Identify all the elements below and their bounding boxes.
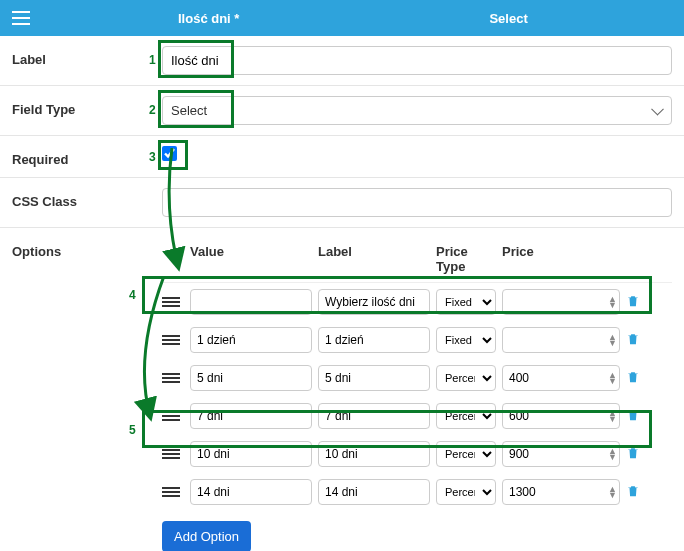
- annotation-5: 5: [129, 423, 136, 437]
- option-price-input[interactable]: [502, 479, 620, 505]
- drag-handle-icon[interactable]: [162, 297, 180, 307]
- trash-icon[interactable]: [626, 449, 640, 464]
- row-required: Required 3: [0, 136, 684, 178]
- option-pricetype-select[interactable]: FixedPercent: [436, 327, 496, 353]
- trash-icon[interactable]: [626, 411, 640, 426]
- option-value-input[interactable]: [190, 289, 312, 315]
- panel-header: Ilość dni * Select: [0, 0, 684, 36]
- options-caption: Options: [12, 238, 162, 259]
- cssclass-caption: CSS Class: [12, 188, 162, 209]
- option-value-input[interactable]: [190, 403, 312, 429]
- option-value-input[interactable]: [190, 441, 312, 467]
- drag-handle-icon[interactable]: [162, 411, 180, 421]
- options-col-price: Price: [502, 244, 620, 274]
- annotation-3: 3: [149, 150, 156, 164]
- option-price-input[interactable]: [502, 403, 620, 429]
- row-label: Label 1: [0, 36, 684, 86]
- row-fieldtype: Field Type 2 Select: [0, 86, 684, 136]
- hamburger-icon[interactable]: [12, 11, 30, 25]
- trash-icon[interactable]: [626, 297, 640, 312]
- trash-icon[interactable]: [626, 335, 640, 350]
- option-pricetype-select[interactable]: FixedPercent: [436, 479, 496, 505]
- option-label-input[interactable]: [318, 327, 430, 353]
- option-value-input[interactable]: [190, 327, 312, 353]
- row-options: Options 4 5 Value Label Price Type: [0, 228, 684, 551]
- trash-icon[interactable]: [626, 373, 640, 388]
- option-label-input[interactable]: [318, 403, 430, 429]
- drag-handle-icon[interactable]: [162, 487, 180, 497]
- option-pricetype-select[interactable]: FixedPercent: [436, 403, 496, 429]
- add-option-button[interactable]: Add Option: [162, 521, 251, 551]
- annotation-1: 1: [149, 53, 156, 67]
- trash-icon[interactable]: [626, 487, 640, 502]
- option-value-input[interactable]: [190, 479, 312, 505]
- option-pricetype-select[interactable]: FixedPercent: [436, 365, 496, 391]
- required-checkbox[interactable]: [162, 146, 177, 161]
- option-label-input[interactable]: [318, 289, 430, 315]
- annotation-2: 2: [149, 103, 156, 117]
- option-row: FixedPercent▲▼: [162, 321, 672, 359]
- options-col-label: Label: [318, 244, 430, 274]
- option-pricetype-select[interactable]: FixedPercent: [436, 289, 496, 315]
- option-price-input[interactable]: [502, 441, 620, 467]
- row-cssclass: CSS Class: [0, 178, 684, 228]
- option-price-input[interactable]: [502, 327, 620, 353]
- header-field-title: Ilość dni *: [178, 11, 239, 26]
- option-row: FixedPercent▲▼: [162, 283, 672, 321]
- options-header: Value Label Price Type Price: [162, 238, 672, 283]
- drag-handle-icon[interactable]: [162, 449, 180, 459]
- option-label-input[interactable]: [318, 441, 430, 467]
- fieldtype-select[interactable]: Select: [162, 96, 672, 125]
- required-caption: Required: [12, 146, 162, 167]
- option-row: FixedPercent▲▼: [162, 397, 672, 435]
- fieldtype-caption: Field Type: [12, 96, 162, 117]
- drag-handle-icon[interactable]: [162, 335, 180, 345]
- option-value-input[interactable]: [190, 365, 312, 391]
- options-col-value: Value: [190, 244, 312, 274]
- label-caption: Label: [12, 46, 162, 67]
- header-field-type: Select: [489, 11, 527, 26]
- drag-handle-icon[interactable]: [162, 373, 180, 383]
- option-label-input[interactable]: [318, 479, 430, 505]
- cssclass-input[interactable]: [162, 188, 672, 217]
- option-row: FixedPercent▲▼: [162, 435, 672, 473]
- label-input[interactable]: [162, 46, 672, 75]
- option-label-input[interactable]: [318, 365, 430, 391]
- options-col-pricetype: Price Type: [436, 244, 496, 274]
- option-price-input[interactable]: [502, 289, 620, 315]
- option-row: FixedPercent▲▼: [162, 473, 672, 511]
- option-pricetype-select[interactable]: FixedPercent: [436, 441, 496, 467]
- option-price-input[interactable]: [502, 365, 620, 391]
- annotation-4: 4: [129, 288, 136, 302]
- option-row: FixedPercent▲▼: [162, 359, 672, 397]
